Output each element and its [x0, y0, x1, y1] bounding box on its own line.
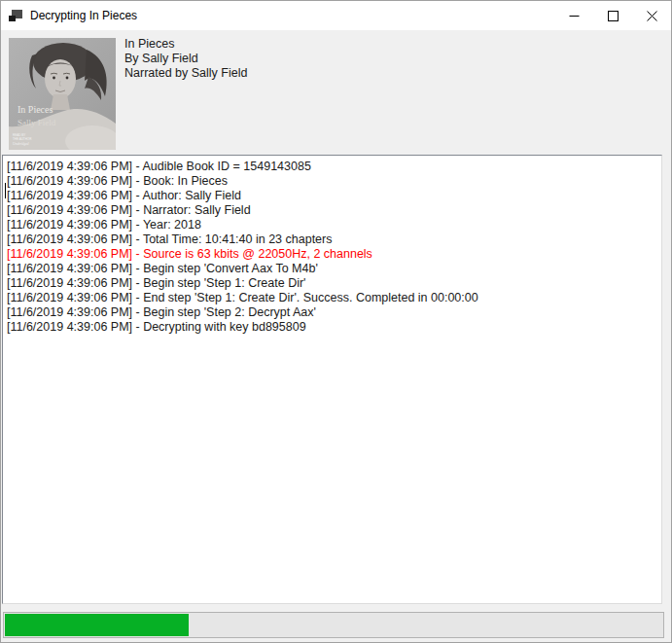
cover-title-text: In Pieces: [18, 104, 53, 115]
log-line: [11/6/2019 4:39:06 PM] - Narrator: Sally…: [7, 203, 661, 218]
close-icon: [647, 11, 657, 21]
book-info: In Pieces By Sally Field Narrated by Sal…: [124, 37, 247, 81]
minimize-icon: [569, 11, 580, 21]
cover-readby-line2: THE AUTHOR: [13, 137, 32, 141]
progress-bar: [3, 612, 664, 638]
maximize-button[interactable]: [593, 1, 632, 30]
log-output[interactable]: [11/6/2019 4:39:06 PM] - Audible Book ID…: [2, 155, 662, 604]
minimize-button[interactable]: [554, 1, 593, 30]
book-cover-image: In Pieces Sally Field READ BY THE AUTHOR…: [9, 38, 116, 150]
log-line-text: [11/6/2019 4:39:06 PM] - End step 'Step …: [7, 291, 478, 304]
log-line-text: [11/6/2019 4:39:06 PM] - Year: 2018: [7, 218, 201, 232]
log-line-text: [11/6/2019 4:39:06 PM] - Total Time: 10:…: [7, 232, 332, 246]
log-line-text: [11/6/2019 4:39:06 PM] - Book: In Pieces: [7, 174, 228, 188]
book-narrator: Narrated by Sally Field: [124, 66, 247, 81]
log-line: [11/6/2019 4:39:06 PM] - Begin step 'Ste…: [7, 276, 661, 291]
log-line-text: [11/6/2019 4:39:06 PM] - Begin step 'Ste…: [7, 305, 316, 319]
log-line-text: [11/6/2019 4:39:06 PM] - Begin step 'Con…: [7, 262, 318, 275]
book-author: By Sally Field: [124, 52, 247, 66]
log-line: [11/6/2019 4:39:06 PM] - Source is 63 kb…: [7, 247, 661, 262]
log-line: [11/6/2019 4:39:06 PM] - Audible Book ID…: [7, 160, 661, 174]
progress-bar-fill: [5, 614, 189, 636]
log-line-text: [11/6/2019 4:39:06 PM] - Begin step 'Ste…: [7, 276, 306, 290]
log-line-text: [11/6/2019 4:39:06 PM] - Narrator: Sally…: [7, 203, 251, 217]
title-bar[interactable]: Decrypting In Pieces: [1, 1, 671, 30]
window-title: Decrypting In Pieces: [30, 9, 554, 22]
log-line-text: [11/6/2019 4:39:06 PM] - Source is 63 kb…: [7, 247, 372, 261]
log-line: [11/6/2019 4:39:06 PM] - End step 'Step …: [7, 291, 661, 305]
text-caret: [5, 183, 6, 198]
log-line-text: [11/6/2019 4:39:06 PM] - Author: Sally F…: [7, 189, 241, 202]
log-line: [11/6/2019 4:39:06 PM] - Decrypting with…: [7, 320, 661, 335]
log-line: [11/6/2019 4:39:06 PM] - Begin step 'Con…: [7, 262, 661, 276]
log-line: [11/6/2019 4:39:06 PM] - Book: In Pieces: [7, 174, 661, 189]
close-button[interactable]: [632, 1, 671, 30]
log-line: [11/6/2019 4:39:06 PM] - Year: 2018: [7, 218, 661, 232]
log-line: [11/6/2019 4:39:06 PM] - Begin step 'Ste…: [7, 305, 661, 320]
log-line: [11/6/2019 4:39:06 PM] - Total Time: 10:…: [7, 232, 661, 247]
cover-author-text: Sally Field: [18, 118, 56, 127]
maximize-icon: [608, 11, 619, 21]
cover-edition-text: Unabridged: [13, 142, 29, 146]
log-line: [11/6/2019 4:39:06 PM] - Author: Sally F…: [7, 189, 661, 203]
book-title: In Pieces: [124, 37, 247, 52]
log-line-text: [11/6/2019 4:39:06 PM] - Audible Book ID…: [7, 160, 311, 173]
app-icon: [8, 8, 23, 23]
log-line-text: [11/6/2019 4:39:06 PM] - Decrypting with…: [7, 320, 306, 334]
